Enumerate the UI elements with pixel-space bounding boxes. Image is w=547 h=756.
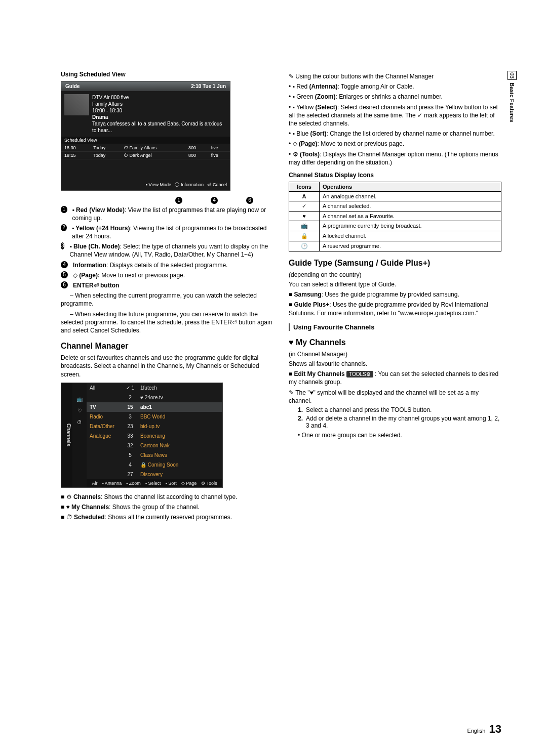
side-tab: 03 Basic Features: [507, 71, 517, 122]
cm-note: ⏱ Scheduled: Shows all the currently res…: [61, 513, 274, 521]
my-channels-intro: Shows all favourite channels.: [289, 360, 501, 368]
guide-type-item: Guide Plus+: Uses the guide programme pr…: [289, 301, 501, 317]
enter-sub-1: When selecting the current programme, yo…: [61, 291, 274, 308]
channel-manager-screenshot: Channels 📺 ♡ ⏱ All✓ 11futech 2♥ 24ore.tv…: [61, 383, 223, 488]
tv-icon: 📺: [76, 396, 83, 402]
cm-icon-column: 📺 ♡ ⏱: [72, 383, 87, 487]
cm-note: ⚙ Channels: Shows the channel list accor…: [61, 493, 274, 501]
guide-type-note: (depending on the country): [289, 271, 501, 279]
icons-title: Channel Status Display Icons: [289, 172, 501, 179]
icons-table: IconsOperations AAn analogue channel. ✓A…: [289, 182, 501, 251]
page-footer: English 13: [467, 723, 501, 736]
section-number: 03: [507, 71, 517, 80]
step-2: 2.Add or delete a channel in the my chan…: [298, 415, 501, 429]
guide-programme: Family Affairs: [92, 101, 227, 107]
channel-manager-title: Channel Manager: [61, 342, 274, 351]
using-scheduled-view-title: Using Scheduled View: [61, 71, 274, 78]
numbered-options: 1▪ Red (View Mode): View the list of pro…: [61, 206, 274, 290]
page-number: 13: [489, 723, 501, 735]
guide-screenshot: Guide 2:10 Tue 1 Jun DTV Air 800 five Fa…: [61, 81, 230, 191]
page: Using Scheduled View Guide 2:10 Tue 1 Ju…: [0, 0, 547, 554]
guide-type-intro: You can select a different type of Guide…: [289, 280, 501, 288]
scheduled-view-header: Scheduled View: [61, 137, 230, 144]
right-column: Using the colour buttons with the Channe…: [289, 71, 501, 523]
colour-item: ⚙ (Tools): Displays the Channel Manager …: [289, 150, 501, 166]
guide-type-title: Guide Type (Samsung / Guide Plus+): [289, 259, 501, 268]
enter-sub-2: When selecting the future programme, you…: [61, 310, 274, 335]
left-column: Using Scheduled View Guide 2:10 Tue 1 Ju…: [61, 71, 274, 523]
guide-row: 19:15 Today ⏱ Dark Angel 800 five: [61, 152, 230, 159]
guide-row: 18:30 Today ⏱ Family Affairs 800 five: [61, 144, 230, 152]
cm-footer: Air ▪ Antenna ▪ Zoom ▪ Select ▪ Sort ◇ P…: [87, 479, 222, 487]
colour-item: ▪ Green (Zoom): Enlarges or shrinks a ch…: [289, 93, 501, 101]
colour-intro: Using the colour buttons with the Channe…: [289, 72, 501, 80]
tools-key: TOOLS⚙: [346, 371, 373, 377]
guide-genre: Drama: [92, 114, 227, 120]
callout-row: 1 4 6: [61, 197, 274, 204]
cm-note: ♥ My Channels: Shows the group of the ch…: [61, 503, 274, 511]
colour-item: ▪ Red (Antenna): Toggle among Air or Cab…: [289, 82, 501, 91]
guide-footer: ▪ View Mode ⓘ Information ⏎ Cancel: [61, 180, 230, 190]
edit-my-channels: Edit My Channels TOOLS⚙ : You can set th…: [289, 370, 501, 386]
guide-title: Guide: [65, 83, 80, 89]
guide-clock: 2:10 Tue 1 Jun: [191, 83, 226, 89]
heart-icon: ♡: [77, 408, 82, 413]
guide-type-item: Samsung: Uses the guide programme by pro…: [289, 290, 501, 299]
colour-item: ◇ (Page): Move to next or previous page.: [289, 140, 501, 148]
thumbnail: [64, 94, 89, 115]
my-channels-in: (in Channel Manager): [289, 350, 501, 358]
cm-side-label: Channels: [61, 383, 72, 487]
colour-item: ▪ Blue (Sort): Change the list ordered b…: [289, 130, 501, 138]
favourite-title: Using Favourite Channels: [289, 323, 501, 331]
colour-item: ▪ Yellow (Select): Select desired channe…: [289, 103, 501, 128]
my-channels-title: ♥ My Channels: [289, 338, 501, 347]
guide-synopsis: Tanya confesses all to a stunned Babs. C…: [92, 120, 227, 134]
step-sub: One or more groups can be selected.: [298, 431, 501, 439]
clock-icon: ⏱: [77, 419, 82, 425]
guide-time: 18:00 - 18:30: [92, 107, 227, 114]
section-label: Basic Features: [509, 82, 515, 122]
guide-table: 18:30 Today ⏱ Family Affairs 800 five 19…: [61, 144, 230, 180]
guide-channel: DTV Air 800 five: [92, 94, 227, 101]
heart-note: The "♥" symbol will be displayed and the…: [289, 389, 501, 405]
channel-manager-intro: Delete or set favourites channels and us…: [61, 354, 274, 379]
step-1: 1.Select a channel and press the TOOLS b…: [298, 406, 501, 413]
